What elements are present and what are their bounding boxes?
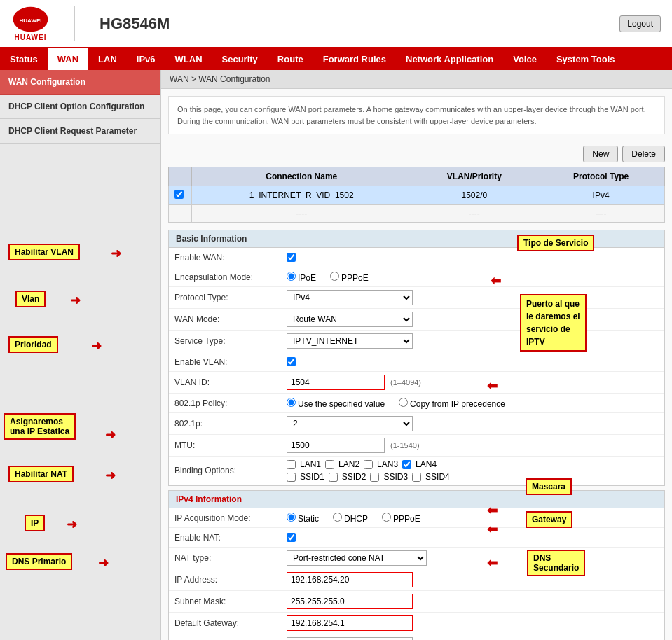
- mtu-input[interactable]: [287, 438, 385, 453]
- nat-type-select[interactable]: Port-restricted cone NAT: [287, 550, 427, 566]
- enable-wan-checkbox[interactable]: [287, 253, 296, 262]
- nav-route[interactable]: Route: [268, 48, 313, 70]
- ipv4-info-section: IPv4 Information IP Acquisition Mode: St…: [168, 490, 665, 640]
- nav-status[interactable]: Status: [0, 48, 48, 70]
- ssid4-checkbox[interactable]: [412, 473, 421, 482]
- huawei-logo: HUAWEI: [11, 6, 50, 34]
- mtu-hint: (1-1540): [390, 441, 420, 450]
- policy-specified-radio[interactable]: [287, 398, 296, 407]
- enable-wan-label: Enable WAN:: [174, 253, 287, 263]
- ssid3-checkbox[interactable]: [370, 473, 379, 482]
- lan1-checkbox[interactable]: [287, 460, 296, 469]
- svg-text:HUAWEI: HUAWEI: [20, 18, 42, 24]
- wan-mode-label: WAN Mode:: [174, 314, 287, 324]
- ssid1-checkbox[interactable]: [287, 473, 296, 482]
- dot1p-select[interactable]: 2: [287, 416, 413, 431]
- table-row-empty: ---- ---- ----: [169, 205, 665, 223]
- gateway-input[interactable]: [287, 615, 413, 631]
- mtu-row: MTU: (1-1540): [169, 435, 664, 457]
- ip-address-row: IP Address:: [169, 569, 664, 591]
- protocol-select[interactable]: IPv4: [287, 290, 413, 305]
- protocol-type-row: Protocol Type: IPv4: [169, 287, 664, 309]
- enable-wan-row: Enable WAN:: [169, 248, 664, 267]
- ip-address-input[interactable]: [287, 572, 413, 587]
- vlan-id-input[interactable]: [287, 375, 385, 390]
- sidebar-dhcp-option[interactable]: DHCP Client Option Configuration: [0, 95, 160, 119]
- lan4-checkbox[interactable]: [402, 460, 411, 469]
- service-type-select[interactable]: IPTV_INTERNET: [287, 333, 413, 349]
- encap-mode-row: Encapsulation Mode: IPoE PPPoE: [169, 267, 664, 287]
- device-name: HG8546M: [100, 15, 619, 33]
- acq-mode-row: IP Acquisition Mode: Static DHCP PPPoE: [169, 508, 664, 528]
- sidebar-dhcp-request[interactable]: DHCP Client Request Parameter: [0, 119, 160, 144]
- service-type-label: Service Type:: [174, 336, 287, 346]
- lan2-checkbox[interactable]: [325, 460, 334, 469]
- row1-name: 1_INTERNET_R_VID_1502: [192, 186, 411, 205]
- acq-static-radio[interactable]: [287, 513, 296, 522]
- wan-mode-row: WAN Mode: Route WAN: [169, 309, 664, 331]
- sidebar-wan-config[interactable]: WAN Configuration: [0, 70, 160, 95]
- col-protocol: Protocol Type: [537, 167, 665, 186]
- nav-system-tools[interactable]: System Tools: [547, 48, 625, 70]
- gateway-row: Default Gateway:: [169, 613, 664, 634]
- nav-security[interactable]: Security: [212, 48, 268, 70]
- vlan-id-label: VLAN ID:: [174, 377, 287, 387]
- logo-text: HUAWEI: [15, 34, 47, 41]
- encap-ipoe-radio[interactable]: [287, 272, 296, 281]
- nat-type-row: NAT type: Port-restricted cone NAT: [169, 548, 664, 569]
- nav-lan[interactable]: LAN: [88, 48, 127, 70]
- enable-nat-row: Enable NAT:: [169, 528, 664, 548]
- nat-label: Enable NAT:: [174, 533, 287, 543]
- nav-wlan[interactable]: WLAN: [165, 48, 212, 70]
- encap-pppoe-radio[interactable]: [330, 272, 339, 281]
- delete-button[interactable]: Delete: [622, 146, 665, 162]
- logout-button[interactable]: Logout: [619, 15, 661, 32]
- enable-vlan-row: Enable VLAN:: [169, 352, 664, 372]
- row2-vlan: ----: [411, 205, 537, 223]
- policy-copy-radio[interactable]: [399, 398, 408, 407]
- dns1-input[interactable]: [287, 637, 413, 640]
- lan3-checkbox[interactable]: [364, 460, 373, 469]
- nat-type-label: NAT type:: [174, 553, 287, 563]
- subnet-row: Subnet Mask:: [169, 591, 664, 613]
- subnet-input[interactable]: [287, 594, 413, 609]
- ip-label: IP Address:: [174, 575, 287, 585]
- col-vlan: VLAN/Priority: [411, 167, 537, 186]
- ssid2-checkbox[interactable]: [329, 473, 338, 482]
- row1-checkbox[interactable]: [174, 190, 184, 199]
- row1-protocol: IPv4: [537, 186, 665, 205]
- nav-network-app[interactable]: Network Application: [396, 48, 503, 70]
- binding-label: Binding Options:: [174, 466, 287, 475]
- subnet-label: Subnet Mask:: [174, 597, 287, 606]
- gateway-label: Default Gateway:: [174, 618, 287, 628]
- nav-ipv6[interactable]: IPv6: [127, 48, 165, 70]
- enable-vlan-checkbox[interactable]: [287, 357, 296, 366]
- new-button[interactable]: New: [583, 146, 618, 162]
- policy-label: 802.1p Policy:: [174, 398, 287, 408]
- dot1p-label: 802.1p:: [174, 419, 287, 429]
- nav-forward[interactable]: Forward Rules: [313, 48, 396, 70]
- basic-info-section: Basic Information Enable WAN: Encapsulat…: [168, 230, 665, 486]
- mtu-label: MTU:: [174, 440, 287, 450]
- table-row[interactable]: 1_INTERNET_R_VID_1502 1502/0 IPv4: [169, 186, 665, 205]
- col-connection-name: Connection Name: [192, 167, 411, 186]
- enable-nat-checkbox[interactable]: [287, 533, 296, 542]
- policy-row: 802.1p Policy: Use the specified value C…: [169, 394, 664, 413]
- dns1-row: Primary DNS Server:: [169, 634, 664, 640]
- protocol-label: Protocol Type:: [174, 293, 287, 302]
- row2-protocol: ----: [537, 205, 665, 223]
- vlan-id-row: VLAN ID: (1–4094): [169, 372, 664, 394]
- content-area: WAN > WAN Configuration On this page, yo…: [161, 70, 672, 640]
- acq-pppoe-radio[interactable]: [382, 513, 391, 522]
- nav-bar: Status WAN LAN IPv6 WLAN Security Route …: [0, 48, 672, 70]
- vlan-id-hint: (1–4094): [390, 378, 421, 387]
- binding-row: Binding Options: LAN1 LAN2 LAN3 LAN4 SSI…: [169, 457, 664, 485]
- wan-table: Connection Name VLAN/Priority Protocol T…: [168, 167, 665, 223]
- nav-wan[interactable]: WAN: [48, 48, 88, 70]
- acq-dhcp-radio[interactable]: [333, 513, 342, 522]
- sidebar: WAN Configuration DHCP Client Option Con…: [0, 70, 161, 640]
- service-type-row: Service Type: IPTV_INTERNET: [169, 331, 664, 352]
- nav-voice[interactable]: Voice: [503, 48, 547, 70]
- wan-mode-select[interactable]: Route WAN: [287, 312, 413, 327]
- enable-vlan-label: Enable VLAN:: [174, 357, 287, 367]
